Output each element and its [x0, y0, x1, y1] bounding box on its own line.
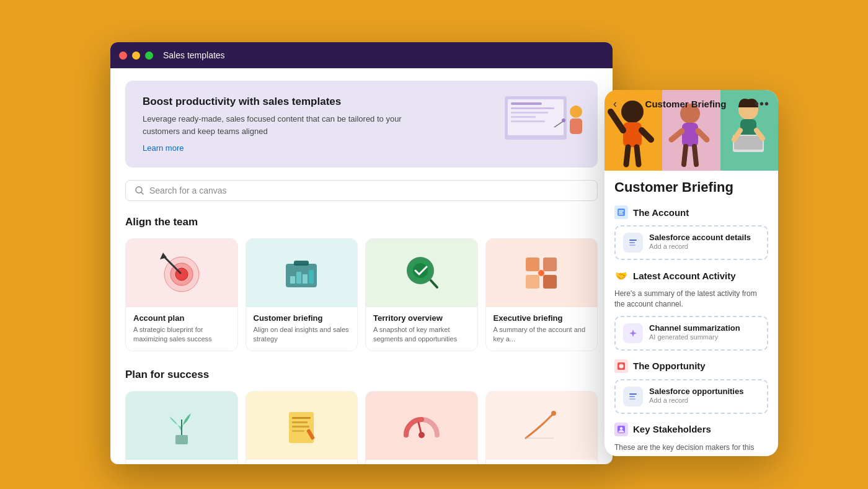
svg-rect-28	[526, 258, 539, 271]
activity-section-icon: 🤝	[614, 269, 628, 282]
template-card-plan-4[interactable]	[485, 391, 598, 464]
card-info-customer-briefing: Customer briefing Align on deal insights…	[246, 307, 358, 351]
hero-banner: Boost productivity with sales templates …	[125, 81, 598, 168]
card-image-plan-4	[486, 392, 598, 460]
mobile-nav: ‹ Customer Briefing •••	[604, 90, 778, 117]
svg-line-53	[698, 131, 707, 140]
svg-point-42	[418, 432, 425, 438]
svg-rect-3	[511, 107, 554, 109]
channel-sum-icon	[623, 323, 643, 343]
svg-line-47	[642, 130, 651, 140]
opportunity-section-title: The Opportunity	[633, 361, 706, 371]
svg-rect-5	[511, 116, 536, 118]
account-section-title: The Account	[633, 207, 689, 218]
stakeholders-section-icon	[614, 423, 628, 436]
svg-point-32	[538, 270, 544, 276]
card-image-plan-2	[246, 392, 358, 460]
card-image-account-plan	[126, 239, 237, 307]
svg-line-48	[626, 147, 628, 164]
mobile-nav-title: Customer Briefing	[645, 99, 727, 109]
sf-account-name: Salesforce account details	[649, 233, 751, 242]
activity-section-title: Latest Account Activity	[633, 271, 736, 281]
svg-rect-59	[734, 136, 763, 150]
opportunity-section-icon	[614, 359, 628, 373]
mobile-body: Customer Briefing The Account	[604, 171, 778, 456]
plan-success-grid	[125, 391, 598, 464]
sf-opps-icon	[623, 387, 643, 406]
svg-line-54	[684, 146, 686, 164]
svg-rect-33	[175, 435, 188, 444]
svg-line-27	[431, 280, 437, 287]
card-image-executive	[486, 239, 598, 307]
stakeholders-section-title: Key Stakeholders	[633, 424, 711, 434]
template-card-account-plan[interactable]: Account plan A strategic blueprint for m…	[125, 238, 238, 351]
channel-sum-card[interactable]: Channel summarization AI generated summa…	[614, 316, 768, 351]
card-info-plan-1	[126, 460, 237, 464]
mobile-panel: ‹ Customer Briefing ••• Customer Briefin…	[604, 90, 778, 456]
svg-point-10	[562, 119, 565, 122]
svg-point-7	[570, 105, 582, 118]
mobile-main-title: Customer Briefing	[614, 179, 768, 195]
channel-sum-sub: AI generated summary	[649, 333, 740, 341]
search-icon	[135, 186, 144, 195]
svg-rect-22	[303, 274, 308, 284]
template-card-plan-1[interactable]	[125, 391, 238, 464]
svg-point-71	[619, 364, 624, 368]
title-bar: Sales templates	[110, 42, 613, 68]
svg-rect-36	[292, 417, 311, 419]
window-content: Boost productivity with sales templates …	[110, 68, 613, 464]
svg-rect-51	[682, 123, 698, 146]
svg-rect-21	[296, 272, 301, 284]
sf-opps-sub: Add a record	[649, 397, 743, 404]
card-image-plan-1	[126, 392, 237, 460]
mobile-more-button[interactable]: •••	[755, 97, 769, 111]
svg-rect-74	[629, 396, 635, 397]
mobile-back-button[interactable]: ‹	[613, 97, 617, 110]
card-info-plan-3	[366, 460, 477, 464]
card-info-executive: Executive briefing A summary of the acco…	[486, 307, 598, 351]
sf-account-text: Salesforce account details Add a record	[649, 233, 751, 250]
svg-rect-37	[292, 421, 308, 423]
template-card-executive[interactable]: Executive briefing A summary of the acco…	[485, 238, 598, 351]
card-name-executive: Executive briefing	[494, 313, 590, 323]
svg-rect-4	[511, 112, 548, 114]
svg-rect-8	[570, 119, 582, 134]
svg-rect-31	[543, 275, 557, 289]
template-card-plan-3[interactable]	[365, 391, 478, 464]
section-header-opportunity: The Opportunity	[614, 359, 768, 373]
svg-rect-63	[619, 210, 624, 212]
template-card-plan-2[interactable]	[246, 391, 358, 464]
svg-rect-73	[629, 393, 637, 395]
card-name-territory: Territory overview	[373, 313, 470, 323]
svg-line-55	[694, 146, 696, 164]
card-info-account-plan: Account plan A strategic blueprint for m…	[126, 307, 237, 351]
traffic-light-yellow[interactable]	[132, 52, 140, 60]
template-card-customer-briefing[interactable]: Customer briefing Align on deal insights…	[246, 238, 358, 351]
traffic-light-green[interactable]	[145, 52, 153, 60]
svg-rect-29	[543, 258, 557, 271]
svg-rect-23	[309, 270, 314, 284]
mobile-banner: ‹ Customer Briefing •••	[604, 90, 778, 171]
card-info-plan-4	[486, 460, 598, 464]
sf-opps-card[interactable]: Salesforce opportunities Add a record	[614, 379, 768, 414]
search-bar[interactable]: Search for a canvas	[125, 180, 598, 201]
template-card-territory[interactable]: Territory overview A snapshot of key mar…	[365, 238, 478, 351]
align-team-grid: Account plan A strategic blueprint for m…	[125, 238, 598, 351]
stakeholders-desc: These are the key decision makers for th…	[614, 442, 768, 453]
svg-rect-2	[511, 102, 542, 105]
card-image-plan-3	[366, 392, 477, 460]
sf-account-icon	[623, 233, 643, 253]
sf-account-sub: Add a record	[649, 243, 751, 250]
main-window: Sales templates Boost productivity with …	[110, 42, 613, 464]
card-info-territory: Territory overview A snapshot of key mar…	[366, 307, 477, 351]
account-section-icon	[614, 205, 628, 219]
svg-point-43	[551, 411, 556, 416]
svg-rect-39	[292, 430, 304, 432]
sf-account-card[interactable]: Salesforce account details Add a record	[614, 225, 768, 260]
card-name-account-plan: Account plan	[133, 313, 230, 323]
traffic-light-red[interactable]	[119, 52, 127, 60]
svg-rect-6	[511, 120, 545, 122]
svg-line-49	[637, 147, 639, 164]
card-image-customer-briefing	[246, 239, 358, 307]
section-header-activity: 🤝 Latest Account Activity	[614, 269, 768, 282]
